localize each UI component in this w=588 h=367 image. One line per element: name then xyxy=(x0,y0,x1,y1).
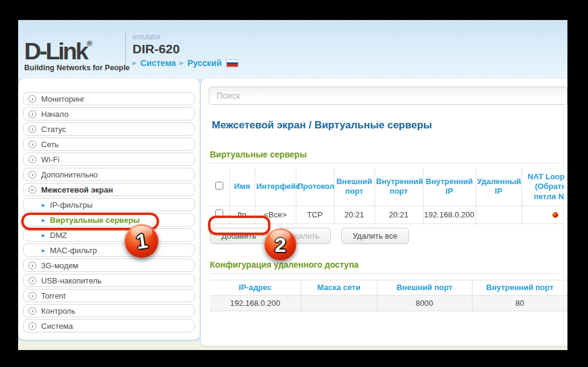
sidebar-menu: ›Мониторинг ›Начало ›Статус ›Сеть ›Wi-Fi… xyxy=(18,79,200,340)
sidebar-item-control[interactable]: ›Контроль xyxy=(23,304,195,317)
breadcrumb: ▶ Система ▶ Русский xyxy=(132,58,238,68)
registered-mark: ® xyxy=(87,39,93,48)
cell-protocol: TCP xyxy=(296,205,334,223)
cell-internal-port: 80 xyxy=(472,296,567,311)
table-header-row: IP-адрес Маска сети Внешний порт Внутрен… xyxy=(210,280,567,295)
col-protocol: Протокол xyxy=(296,168,334,205)
emulator-label: emulator xyxy=(132,33,238,41)
chevron-circle-icon: › xyxy=(28,141,36,148)
col-internal-port: Внутренний порт xyxy=(374,168,423,205)
header: D-Link® Building Networks for People emu… xyxy=(18,20,567,79)
cell-internal-ip: 192.168.0.200 xyxy=(423,205,475,223)
arrow-right-icon: ▸ xyxy=(42,201,45,209)
annotation-circle-add-button xyxy=(208,216,270,235)
cell-internal-port: 20:21 xyxy=(374,205,423,223)
step2-number: 2 xyxy=(275,234,286,255)
table-header-row: Имя Интерфейс Протокол Внешний порт Внут… xyxy=(210,168,564,205)
col-net-mask: Маска сети xyxy=(301,280,377,295)
col-name: Имя xyxy=(229,168,255,205)
arrow-right-icon: ▸ xyxy=(42,246,45,254)
breadcrumb-arrow-icon: ▶ xyxy=(180,60,184,66)
chevron-circle-icon: › xyxy=(28,156,36,164)
col-internal-port: Внутренний порт xyxy=(472,280,567,295)
virtual-servers-section-title: Виртуальные серверы xyxy=(210,150,558,164)
sidebar-item-dmz[interactable]: ▸DMZ xyxy=(23,228,195,242)
chevron-circle-icon: › xyxy=(28,292,36,300)
sidebar-item-mac-filter[interactable]: ▸MAC-фильтр xyxy=(23,243,195,257)
header-divider xyxy=(125,32,126,67)
red-led-icon xyxy=(552,212,558,218)
table-row[interactable]: 192.168.0.200 8000 80 xyxy=(210,296,567,311)
cell-nat-loopback xyxy=(521,205,564,223)
col-interface: Интерфейс xyxy=(255,168,296,205)
page-title: Межсетевой экран / Виртуальные серверы xyxy=(212,119,567,131)
cell-remote-ip xyxy=(475,205,521,223)
annotation-step1-badge: 1 xyxy=(125,224,158,258)
sidebar-item-advanced[interactable]: ›Дополнительно xyxy=(23,168,195,181)
delete-all-button[interactable]: Удалить все xyxy=(341,228,409,244)
chevron-circle-icon: › xyxy=(28,307,36,315)
breadcrumb-item-language[interactable]: Русский xyxy=(188,58,222,68)
model-name: DIR-620 xyxy=(132,42,238,56)
router-admin-page: D-Link® Building Networks for People emu… xyxy=(18,20,567,350)
cell-net-mask xyxy=(301,296,377,311)
col-nat-loopback: NAT Loopback (Обратная петля NAT) xyxy=(521,168,564,205)
remote-access-section-title: Конфигурация удаленного доступа xyxy=(210,260,558,274)
select-all-cell xyxy=(210,168,229,205)
logo-word: D-Link xyxy=(24,38,87,64)
breadcrumb-arrow-icon: ▶ xyxy=(132,60,137,66)
col-internal-ip: Внутренний IP xyxy=(423,168,475,205)
cell-ip-address: 192.168.0.200 xyxy=(210,296,301,311)
cell-external-port: 20:21 xyxy=(334,205,374,223)
sidebar-item-status[interactable]: ›Статус xyxy=(23,122,195,136)
nat-col-line2: (Обратная xyxy=(522,182,565,191)
step1-number: 1 xyxy=(134,230,148,252)
chevron-circle-icon: › xyxy=(28,125,36,133)
chevron-circle-icon: › xyxy=(28,262,36,269)
sidebar-item-ip-filters[interactable]: ▸IP-фильтры xyxy=(23,198,195,211)
sidebar-item-start[interactable]: ›Начало xyxy=(23,107,195,121)
sidebar-item-network[interactable]: ›Сеть xyxy=(23,137,195,151)
chevron-circle-icon: › xyxy=(28,171,36,179)
model-block: emulator DIR-620 ▶ Система ▶ Русский xyxy=(132,33,238,68)
remote-access-table: IP-адрес Маска сети Внешний порт Внутрен… xyxy=(210,280,567,311)
russian-flag-icon[interactable] xyxy=(226,59,238,67)
chevron-circle-icon: › xyxy=(28,110,36,118)
chevron-circle-icon: › xyxy=(28,95,36,103)
sidebar-item-usb-storage[interactable]: ›USB-накопитель xyxy=(23,274,195,287)
main-content: Межсетевой экран / Виртуальные серверы В… xyxy=(201,79,567,346)
sidebar-item-system[interactable]: ›Система xyxy=(23,319,195,332)
nat-col-line1: NAT Loopback xyxy=(522,172,565,182)
col-remote-ip: Удаленный IP xyxy=(475,168,521,205)
chevron-circle-icon: › xyxy=(28,277,36,285)
logo-tagline: Building Networks for People xyxy=(24,64,129,72)
sidebar-item-firewall[interactable]: ›Межсетевой экран xyxy=(23,183,195,196)
arrow-right-icon: ▸ xyxy=(42,231,45,239)
col-external-port: Внешний порт xyxy=(334,168,374,205)
select-all-checkbox[interactable] xyxy=(215,182,223,190)
chevron-down-circle-icon: › xyxy=(28,186,36,194)
col-ip-address: IP-адрес xyxy=(210,280,301,295)
dlink-logo: D-Link® Building Networks for People xyxy=(24,32,129,72)
col-external-port: Внешний порт xyxy=(377,280,472,295)
search-input[interactable] xyxy=(209,87,567,105)
sidebar-item-3g-modem[interactable]: ›3G-модем xyxy=(23,259,195,272)
annotation-step2-badge: 2 xyxy=(264,228,296,260)
breadcrumb-item-system[interactable]: Система xyxy=(140,58,176,68)
nat-col-line3: петля NAT) xyxy=(522,192,565,202)
sidebar-item-wifi[interactable]: ›Wi-Fi xyxy=(23,153,195,166)
sidebar-item-monitoring[interactable]: ›Мониторинг xyxy=(23,92,195,105)
chevron-circle-icon: › xyxy=(28,322,36,330)
sidebar-item-torrent[interactable]: ›Torrent xyxy=(23,289,195,302)
cell-external-port: 8000 xyxy=(377,296,472,311)
logo-text: D-Link® xyxy=(24,32,129,63)
